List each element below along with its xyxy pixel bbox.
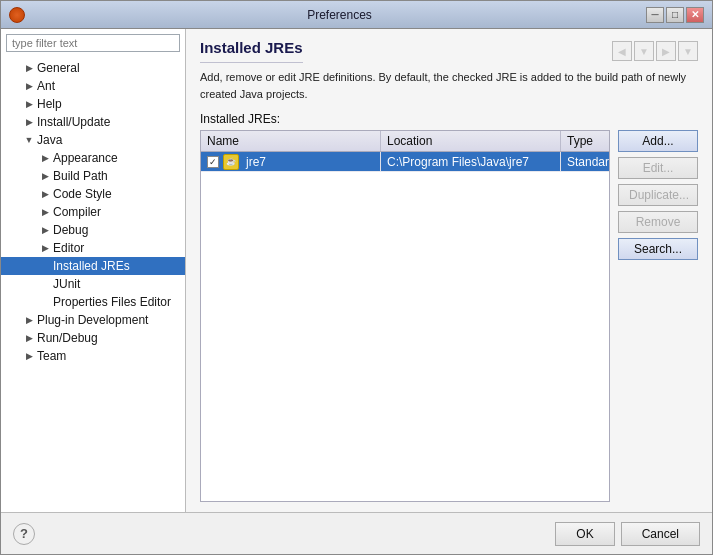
expander-icon: ▶ <box>21 78 37 94</box>
footer-buttons: OK Cancel <box>555 522 700 546</box>
sidebar-item-label: Installed JREs <box>53 259 130 273</box>
table-header: Name Location Type <box>201 131 609 152</box>
sidebar-item-label: Ant <box>37 79 55 93</box>
row-type-cell: Standard VM <box>561 152 609 171</box>
col-header-location: Location <box>381 131 561 151</box>
jre-icon: ☕ <box>223 154 239 170</box>
expander-icon: ▶ <box>21 96 37 112</box>
sidebar-item-label: Debug <box>53 223 88 237</box>
sidebar-item-appearance[interactable]: ▶ Appearance <box>1 149 185 167</box>
expander-icon: ▶ <box>37 222 53 238</box>
app-icon <box>9 7 25 23</box>
sidebar-item-label: Team <box>37 349 66 363</box>
expander-icon <box>37 294 53 310</box>
sidebar-item-properties-files[interactable]: Properties Files Editor <box>1 293 185 311</box>
expander-icon: ▶ <box>37 204 53 220</box>
row-name-cell: ☕ jre7 <box>201 152 381 171</box>
col-header-type: Type <box>561 131 610 151</box>
edit-button[interactable]: Edit... <box>618 157 698 179</box>
sidebar-item-label: Properties Files Editor <box>53 295 171 309</box>
sidebar-item-installed-jres[interactable]: Installed JREs <box>1 257 185 275</box>
sidebar-item-label: Run/Debug <box>37 331 98 345</box>
sidebar-item-code-style[interactable]: ▶ Code Style <box>1 185 185 203</box>
expander-icon: ▶ <box>37 186 53 202</box>
expander-icon: ▼ <box>21 132 37 148</box>
table-area: Name Location Type ☕ jre7 C:\Program Fil… <box>200 130 698 502</box>
table-row[interactable]: ☕ jre7 C:\Program Files\Java\jre7 Standa… <box>201 152 609 172</box>
jre-table: Name Location Type ☕ jre7 C:\Program Fil… <box>200 130 610 502</box>
content-area: ▶ General ▶ Ant ▶ Help ▶ Install/Update <box>1 29 712 512</box>
expander-icon: ▶ <box>21 114 37 130</box>
maximize-button[interactable]: □ <box>666 7 684 23</box>
nav-menu-arrow[interactable]: ▼ <box>678 41 698 61</box>
expander-icon: ▶ <box>37 150 53 166</box>
sidebar: ▶ General ▶ Ant ▶ Help ▶ Install/Update <box>1 29 186 512</box>
sidebar-item-plugin-dev[interactable]: ▶ Plug-in Development <box>1 311 185 329</box>
sidebar-item-label: Help <box>37 97 62 111</box>
ok-button[interactable]: OK <box>555 522 614 546</box>
sidebar-item-install-update[interactable]: ▶ Install/Update <box>1 113 185 131</box>
sidebar-item-label: Java <box>37 133 62 147</box>
search-button[interactable]: Search... <box>618 238 698 260</box>
sidebar-item-general[interactable]: ▶ General <box>1 59 185 77</box>
forward-arrow[interactable]: ▶ <box>656 41 676 61</box>
sidebar-item-label: Plug-in Development <box>37 313 148 327</box>
sidebar-item-label: Build Path <box>53 169 108 183</box>
expander-icon <box>37 258 53 274</box>
tree: ▶ General ▶ Ant ▶ Help ▶ Install/Update <box>1 57 185 512</box>
filter-input[interactable] <box>6 34 180 52</box>
expander-icon: ▶ <box>21 312 37 328</box>
back-arrow[interactable]: ◀ <box>612 41 632 61</box>
jre-checkbox[interactable] <box>207 156 219 168</box>
jre-name: jre7 <box>246 155 266 169</box>
sidebar-item-help[interactable]: ▶ Help <box>1 95 185 113</box>
sidebar-item-label: General <box>37 61 80 75</box>
expander-icon: ▶ <box>21 348 37 364</box>
expander-icon: ▶ <box>37 168 53 184</box>
panel-header: Installed JREs ◀ ▼ ▶ ▼ <box>200 39 698 69</box>
expander-icon <box>37 276 53 292</box>
sidebar-item-label: JUnit <box>53 277 80 291</box>
expander-icon: ▶ <box>21 60 37 76</box>
minimize-button[interactable]: ─ <box>646 7 664 23</box>
sidebar-item-java[interactable]: ▼ Java <box>1 131 185 149</box>
window-title: Preferences <box>33 8 646 22</box>
cancel-button[interactable]: Cancel <box>621 522 700 546</box>
expander-icon: ▶ <box>21 330 37 346</box>
sidebar-item-label: Editor <box>53 241 84 255</box>
add-button[interactable]: Add... <box>618 130 698 152</box>
window-controls: ─ □ ✕ <box>646 7 704 23</box>
close-button[interactable]: ✕ <box>686 7 704 23</box>
panel-description: Add, remove or edit JRE definitions. By … <box>200 69 698 102</box>
row-location-cell: C:\Program Files\Java\jre7 <box>381 152 561 171</box>
sidebar-item-label: Install/Update <box>37 115 110 129</box>
main-panel: Installed JREs ◀ ▼ ▶ ▼ Add, remove or ed… <box>186 29 712 512</box>
footer: ? OK Cancel <box>1 512 712 554</box>
expander-icon: ▶ <box>37 240 53 256</box>
preferences-window: Preferences ─ □ ✕ ▶ General ▶ Ant <box>0 0 713 555</box>
sidebar-item-junit[interactable]: JUnit <box>1 275 185 293</box>
sidebar-item-label: Code Style <box>53 187 112 201</box>
table-label: Installed JREs: <box>200 112 698 126</box>
sidebar-item-compiler[interactable]: ▶ Compiler <box>1 203 185 221</box>
help-button[interactable]: ? <box>13 523 35 545</box>
sidebar-item-label: Compiler <box>53 205 101 219</box>
nav-dropdown[interactable]: ▼ <box>634 41 654 61</box>
sidebar-item-ant[interactable]: ▶ Ant <box>1 77 185 95</box>
titlebar: Preferences ─ □ ✕ <box>1 1 712 29</box>
panel-title: Installed JREs <box>200 39 303 63</box>
sidebar-item-build-path[interactable]: ▶ Build Path <box>1 167 185 185</box>
remove-button[interactable]: Remove <box>618 211 698 233</box>
sidebar-item-label: Appearance <box>53 151 118 165</box>
action-buttons: Add... Edit... Duplicate... Remove Searc… <box>618 130 698 502</box>
sidebar-item-run-debug[interactable]: ▶ Run/Debug <box>1 329 185 347</box>
col-header-name: Name <box>201 131 381 151</box>
table-body: ☕ jre7 C:\Program Files\Java\jre7 Standa… <box>201 152 609 501</box>
sidebar-item-team[interactable]: ▶ Team <box>1 347 185 365</box>
sidebar-item-editor[interactable]: ▶ Editor <box>1 239 185 257</box>
sidebar-item-debug[interactable]: ▶ Debug <box>1 221 185 239</box>
duplicate-button[interactable]: Duplicate... <box>618 184 698 206</box>
